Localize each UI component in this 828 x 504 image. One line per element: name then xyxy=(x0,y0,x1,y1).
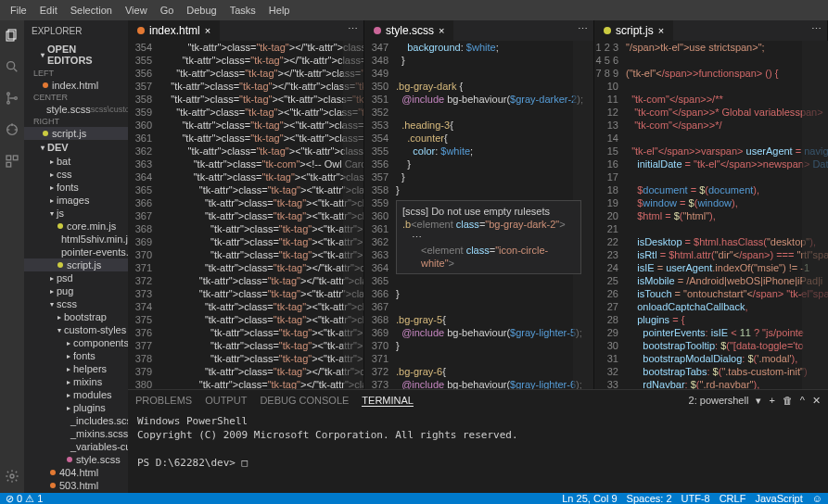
close-icon[interactable]: × xyxy=(439,25,444,36)
tree-item[interactable]: ▾js xyxy=(24,207,128,220)
extensions-icon[interactable] xyxy=(3,152,21,170)
editor-more-icon[interactable]: ⋯ xyxy=(806,20,827,41)
svg-rect-13 xyxy=(6,162,11,167)
tree-item[interactable]: ▸psd xyxy=(24,271,128,284)
editor-more-icon[interactable]: ⋯ xyxy=(342,20,363,41)
tree-item[interactable]: ▸bootstrap xyxy=(24,310,128,323)
open-editor-item[interactable]: style.scss scss\custom-st... xyxy=(24,103,128,116)
menu-tasks[interactable]: Tasks xyxy=(223,5,262,16)
editor-pane-2[interactable]: 347 348 349 350 351 352 353 354 355 356 … xyxy=(364,41,594,389)
tree-item[interactable]: _variables-custom.scss xyxy=(24,440,128,453)
svg-rect-11 xyxy=(6,156,11,160)
tree-item[interactable]: ▸bat xyxy=(24,155,128,168)
editor-more-icon[interactable]: ⋯ xyxy=(572,20,593,41)
tree-item[interactable]: style.scss xyxy=(24,453,128,466)
maximize-panel-icon[interactable]: ^ xyxy=(800,395,805,406)
editor-group-label: LEFT xyxy=(24,68,128,79)
tree-item[interactable]: ▸images xyxy=(24,194,128,207)
panel-tab[interactable]: OUTPUT xyxy=(205,395,247,406)
terminal-body[interactable]: Windows PowerShellCopyright (C) 2009 Mic… xyxy=(128,410,828,473)
menu-debug[interactable]: Debug xyxy=(180,5,223,16)
svg-point-5 xyxy=(7,101,10,104)
open-editors-section[interactable]: ▾OPEN EDITORS xyxy=(24,42,128,68)
tree-item[interactable]: ▸plugins xyxy=(24,401,128,414)
terminal-dropdown-icon[interactable]: ▾ xyxy=(756,395,761,407)
terminal-selector[interactable]: 2: powershell xyxy=(689,395,749,406)
tree-item[interactable]: html5shiv.min.js xyxy=(24,233,128,246)
editor-pane-3[interactable]: 1 2 3 4 5 6 7 8 9 10 11 12 13 14 15 16 1… xyxy=(594,41,828,389)
tree-item[interactable]: ▾scss xyxy=(24,297,128,310)
status-item[interactable]: JavaScript xyxy=(755,493,802,504)
debug-icon[interactable] xyxy=(3,120,21,139)
search-icon[interactable] xyxy=(3,57,21,76)
editor-group-label: CENTER xyxy=(24,92,128,103)
editor-group-label: RIGHT xyxy=(24,116,128,127)
close-icon[interactable]: × xyxy=(658,25,664,36)
tree-item[interactable]: _mixins.scss xyxy=(24,427,128,440)
svg-point-14 xyxy=(10,474,14,478)
editor-pane-1[interactable]: 354 355 356 357 358 359 360 361 362 363 … xyxy=(128,41,364,389)
tree-item[interactable]: _includes.scss xyxy=(24,414,128,427)
minimap[interactable] xyxy=(343,41,363,389)
panel-tab[interactable]: PROBLEMS xyxy=(135,395,192,406)
status-item[interactable]: ☺ xyxy=(812,493,822,504)
status-item[interactable]: UTF-8 xyxy=(682,493,710,504)
tree-item[interactable]: ▾custom-styles xyxy=(24,323,128,336)
source-control-icon[interactable] xyxy=(3,89,21,107)
editor-tab[interactable]: script.js× xyxy=(594,20,673,41)
close-panel-icon[interactable]: ✕ xyxy=(812,395,821,407)
tree-item[interactable]: ▸pug xyxy=(24,284,128,297)
menu-edit[interactable]: Edit xyxy=(33,5,64,16)
open-editor-item[interactable]: script.js xyxy=(24,127,128,140)
svg-point-6 xyxy=(15,97,18,100)
panel-tabs: PROBLEMSOUTPUTDEBUG CONSOLETERMINAL 2: p… xyxy=(128,390,828,410)
hover-tooltip: [scss] Do not use empty rulesets .b<elem… xyxy=(396,200,581,274)
bottom-panel: PROBLEMSOUTPUTDEBUG CONSOLETERMINAL 2: p… xyxy=(128,389,828,493)
status-bar: ⊘ 0 ⚠ 1Ln 25, Col 9Spaces: 2UTF-8CRLFJav… xyxy=(0,493,828,504)
tree-item[interactable]: pointer-events.min.js xyxy=(24,246,128,258)
tree-item[interactable]: ▸modules xyxy=(24,388,128,401)
tree-item[interactable]: ▸fonts xyxy=(24,181,128,194)
new-terminal-icon[interactable]: + xyxy=(769,395,774,406)
tree-item[interactable]: ▸components xyxy=(24,336,128,349)
menu-selection[interactable]: Selection xyxy=(64,5,119,16)
tree-item[interactable]: 404.html xyxy=(24,466,128,479)
svg-rect-12 xyxy=(13,156,18,160)
minimap[interactable] xyxy=(802,41,828,389)
tree-item[interactable]: ▸css xyxy=(24,168,128,181)
menu-file[interactable]: File xyxy=(4,5,33,16)
tree-item[interactable]: ▸fonts xyxy=(24,349,128,362)
status-item[interactable]: CRLF xyxy=(720,493,746,504)
editor-tab[interactable]: index.html× xyxy=(128,20,220,41)
tree-item[interactable]: script.js xyxy=(24,258,128,271)
menubar[interactable]: FileEditSelectionViewGoDebugTasksHelp xyxy=(0,0,828,20)
svg-point-2 xyxy=(7,62,15,69)
menu-help[interactable]: Help xyxy=(262,5,297,16)
tree-item[interactable]: ▸helpers xyxy=(24,362,128,375)
tree-item[interactable]: 503.html xyxy=(24,479,128,492)
files-icon[interactable] xyxy=(3,26,21,44)
status-item[interactable]: Spaces: 2 xyxy=(627,493,672,504)
menu-view[interactable]: View xyxy=(119,5,154,16)
status-item[interactable]: Ln 25, Col 9 xyxy=(562,493,617,504)
editor-tab[interactable]: style.scss× xyxy=(364,20,453,41)
panel-tab[interactable]: TERMINAL xyxy=(362,395,414,407)
settings-gear-icon[interactable] xyxy=(3,467,21,485)
tree-item[interactable]: ▸mixins xyxy=(24,375,128,388)
svg-point-4 xyxy=(7,93,10,95)
status-item[interactable]: ⊘ 0 ⚠ 1 xyxy=(6,493,43,505)
menu-go[interactable]: Go xyxy=(154,5,181,16)
sidebar-title: EXPLORER xyxy=(24,20,128,42)
project-section[interactable]: ▾DEV xyxy=(24,140,128,155)
svg-line-3 xyxy=(14,69,17,71)
explorer-sidebar: EXPLORER ▾OPEN EDITORS LEFTindex.htmlCEN… xyxy=(24,20,128,493)
open-editor-item[interactable]: index.html xyxy=(24,79,128,92)
panel-tab[interactable]: DEBUG CONSOLE xyxy=(260,395,349,406)
activity-bar xyxy=(0,20,24,493)
close-icon[interactable]: × xyxy=(205,25,210,36)
kill-terminal-icon[interactable]: 🗑 xyxy=(783,395,793,406)
editor-tabs: index.html×⋯style.scss×⋯script.js×⋯ xyxy=(128,20,828,41)
tree-item[interactable]: core.min.js xyxy=(24,220,128,233)
